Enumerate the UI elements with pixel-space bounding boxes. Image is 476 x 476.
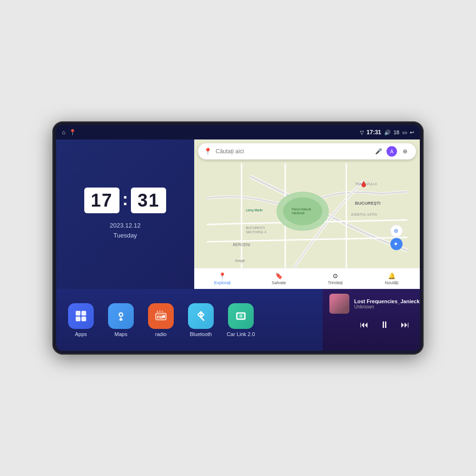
svg-point-30 [240,315,242,317]
svg-point-23 [120,313,122,316]
status-left-icons: ⌂ 📍 [62,129,76,136]
clock-panel: 17 : 31 2023.12.12 Tuesday [56,139,194,289]
explore-label: Explorați [214,280,231,285]
app-item-radio[interactable]: FM radio [144,303,178,337]
map-nav-news[interactable]: 🔔 Noutăți [364,272,420,285]
battery-icon: ▭ [402,129,407,136]
svg-rect-21 [81,317,86,321]
map-bottom-bar: 📍 Explorați 🔖 Salvate ⊙ Trimiteți 🔔 [194,268,420,289]
app-item-apps[interactable]: Apps [64,303,98,337]
volume-icon: 🔊 [384,129,391,136]
status-time: 17:31 [367,129,381,136]
music-meta: Lost Frequencies_Janieck Devy-... Unknow… [354,298,420,309]
saved-label: Salvate [272,280,286,285]
clock-hours: 17 [84,188,119,213]
svg-text:FM: FM [157,315,163,319]
map-nav-send[interactable]: ⊙ Trimiteți [307,272,364,285]
battery-level: 18 [394,129,399,135]
main-content: 17 : 31 2023.12.12 Tuesday 📍 Căutați aic… [56,139,420,351]
send-label: Trimiteți [327,280,343,285]
screen: ⌂ 📍 ▽ 17:31 🔊 18 ▭ ↩ 17 : [56,125,420,351]
car-display-device: ⌂ 📍 ▽ 17:31 🔊 18 ▭ ↩ 17 : [52,121,424,355]
clock-minutes: 31 [131,188,166,213]
svg-text:BUCUREȘTI: BUCUREȘTI [246,226,265,230]
svg-text:JUDEȚUL ILFOV: JUDEȚUL ILFOV [351,212,377,217]
svg-text:✦: ✦ [394,240,399,248]
app-grid-panel: Apps Maps [56,289,323,351]
svg-text:⊕: ⊕ [394,228,398,234]
svg-text:Parcul Natural: Parcul Natural [292,208,311,211]
svg-rect-18 [76,311,80,316]
music-info: Lost Frequencies_Janieck Devy-... Unknow… [329,294,420,314]
maps-icon [108,303,134,329]
svg-text:Google: Google [235,259,245,263]
back-icon[interactable]: ↩ [410,129,414,136]
status-right-info: ▽ 17:31 🔊 18 ▭ ↩ [360,129,414,136]
saved-icon: 🔖 [275,272,283,279]
svg-text:Văcărești: Văcărești [292,211,305,215]
send-icon: ⊙ [333,272,338,279]
carlink-label: Car Link 2.0 [227,331,255,337]
bottom-section: Apps Maps [56,289,420,351]
svg-rect-20 [76,317,80,321]
svg-point-26 [162,315,165,318]
map-pin-icon: 📍 [204,148,212,155]
music-artist: Unknown [354,304,420,309]
app-item-maps[interactable]: Maps [104,303,138,337]
carlink-icon [228,303,254,329]
map-panel[interactable]: 📍 Căutați aici 🎤 A ⊕ [194,139,420,289]
status-bar: ⌂ 📍 ▽ 17:31 🔊 18 ▭ ↩ [56,125,420,139]
svg-text:SECTORUL 4: SECTORUL 4 [246,230,267,234]
news-label: Noutăți [385,280,398,285]
top-section: 17 : 31 2023.12.12 Tuesday 📍 Căutați aic… [56,139,420,289]
explore-icon: 📍 [218,272,226,279]
svg-text:BUCUREȘTI: BUCUREȘTI [355,201,380,206]
apps-icon [68,303,94,329]
radio-label: radio [155,331,167,337]
home-icon[interactable]: ⌂ [62,129,65,136]
voice-search-icon[interactable]: 🎤 [373,146,384,157]
account-icon[interactable]: A [387,146,397,157]
map-search-input[interactable]: Căutați aici [216,148,369,155]
prev-button[interactable]: ⏮ [360,320,368,330]
map-nav-explore[interactable]: 📍 Explorați [194,272,251,285]
app-item-carlink[interactable]: Car Link 2.0 [224,303,258,337]
map-view: Parcul Natural Văcărești BUCUREȘTI JUDEȚ… [194,163,420,268]
clock-date: 2023.12.12 Tuesday [109,221,140,241]
layers-icon[interactable]: ⊕ [400,146,410,157]
svg-text:Leroy Merlin: Leroy Merlin [246,208,263,212]
play-pause-button[interactable]: ⏸ [380,319,389,330]
bluetooth-label: Bluetooth [190,331,212,337]
svg-rect-19 [81,311,86,316]
app-item-bluetooth[interactable]: Bluetooth [184,303,218,337]
map-search-icons: 🎤 A ⊕ [373,146,410,157]
music-thumbnail [329,294,349,314]
radio-icon: FM [148,303,174,329]
signal-icon: ▽ [360,129,364,136]
news-icon: 🔔 [388,272,396,279]
maps-label: Maps [115,331,128,337]
bluetooth-icon [188,303,214,329]
music-controls: ⏮ ⏸ ⏭ [329,319,420,330]
clock-colon: : [122,189,128,209]
apps-label: Apps [75,331,87,337]
music-panel: Lost Frequencies_Janieck Devy-... Unknow… [323,289,420,351]
map-nav-saved[interactable]: 🔖 Salvate [251,272,307,285]
next-button[interactable]: ⏭ [401,320,409,330]
music-thumb-img [329,294,349,314]
clock-display: 17 : 31 [84,188,167,213]
svg-text:BERCENI: BERCENI [233,243,250,247]
maps-pin-icon[interactable]: 📍 [69,129,76,136]
map-search-bar[interactable]: 📍 Căutați aici 🎤 A ⊕ [198,143,416,159]
music-title: Lost Frequencies_Janieck Devy-... [354,298,420,304]
